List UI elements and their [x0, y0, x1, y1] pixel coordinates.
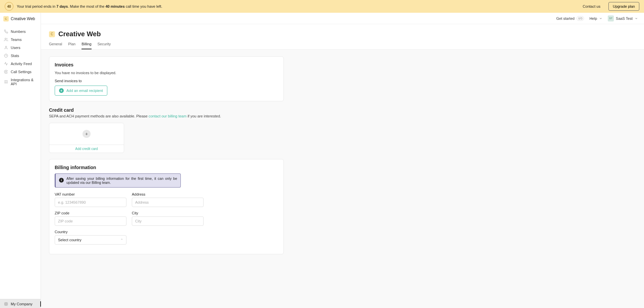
trial-text: Your trial period ends in 7 days. Make t…: [17, 4, 162, 8]
sidebar-item-users[interactable]: Users: [0, 44, 41, 52]
sidebar-item-label: Users: [11, 46, 20, 50]
teams-icon: [4, 38, 8, 42]
sidebar-item-call-settings[interactable]: Call Settings: [0, 68, 41, 76]
vat-label: VAT number: [55, 192, 126, 196]
sidebar-item-integrations[interactable]: Integrations & API: [0, 76, 41, 88]
workspace-name: Creative Web: [11, 16, 35, 21]
vat-input[interactable]: [55, 198, 126, 207]
chevron-up-icon: ⌃: [120, 238, 123, 242]
sidebar: C Creative Web Numbers Teams Users Stats: [0, 13, 41, 308]
add-credit-card-label[interactable]: Add credit card: [49, 145, 124, 153]
tab-general[interactable]: General: [49, 42, 62, 49]
tab-plan[interactable]: Plan: [68, 42, 75, 49]
tab-security[interactable]: Security: [98, 42, 111, 49]
sidebar-item-numbers[interactable]: Numbers: [0, 28, 41, 36]
info-icon: i: [59, 178, 64, 183]
svg-point-0: [5, 38, 6, 40]
help-menu[interactable]: Help: [589, 16, 602, 20]
sidebar-footer-label: My Company: [11, 302, 33, 306]
country-select[interactable]: Select country ⌃: [55, 235, 126, 245]
address-input[interactable]: [132, 198, 204, 207]
sidebar-item-label: Call Settings: [11, 70, 32, 74]
avatar: ST: [608, 15, 614, 21]
contact-us-link[interactable]: Contact us: [583, 4, 600, 8]
topbar: Get started 0/3 Help ST SaaS Test: [41, 13, 644, 24]
tab-billing[interactable]: Billing: [82, 42, 91, 49]
sidebar-item-label: Stats: [11, 54, 19, 58]
svg-point-3: [6, 71, 7, 72]
credit-card-subtitle: SEPA and ACH payment methods are also av…: [49, 114, 284, 118]
page-initial: C: [49, 31, 55, 37]
address-label: Address: [132, 192, 204, 196]
chevron-down-icon: [635, 17, 638, 20]
sidebar-item-label: Numbers: [11, 30, 26, 34]
sidebar-item-stats[interactable]: Stats: [0, 52, 41, 60]
billing-alert: i After saving your billing information …: [55, 173, 181, 188]
sidebar-header[interactable]: C Creative Web: [0, 13, 41, 26]
credit-card-title: Credit card: [49, 107, 284, 113]
svg-rect-4: [5, 303, 8, 306]
trial-banner: 40 Your trial period ends in 7 days. Mak…: [0, 0, 644, 13]
add-card-plus-button[interactable]: +: [83, 130, 91, 138]
invoices-title: Invoices: [55, 62, 278, 67]
get-started-button[interactable]: Get started 0/3: [556, 16, 584, 21]
activity-icon: [4, 62, 8, 66]
workspace-initial: C: [3, 16, 9, 21]
alert-text: After saving your billing information fo…: [66, 176, 177, 185]
upgrade-plan-button[interactable]: Upgrade plan: [608, 2, 639, 11]
svg-point-1: [5, 46, 7, 48]
company-icon: [4, 302, 8, 306]
sidebar-item-label: Integrations & API: [11, 78, 37, 86]
add-email-recipient-button[interactable]: + Add an email recipient: [55, 86, 107, 96]
sidebar-footer[interactable]: My Company: [0, 299, 41, 308]
sidebar-item-label: Activity Feed: [11, 62, 32, 66]
sidebar-item-activity[interactable]: Activity Feed: [0, 60, 41, 68]
contact-billing-link[interactable]: contact our billing team: [149, 114, 186, 118]
user-icon: [4, 46, 8, 50]
page-header: C Creative Web General Plan Billing Secu…: [41, 24, 644, 50]
send-invoices-label: Send invoices to: [55, 79, 278, 83]
sidebar-item-teams[interactable]: Teams: [0, 36, 41, 44]
tabs: General Plan Billing Security: [49, 42, 636, 49]
progress-badge: 0/3: [577, 16, 584, 21]
zip-label: ZIP code: [55, 211, 126, 215]
user-menu[interactable]: ST SaaS Test: [608, 15, 638, 21]
zip-input[interactable]: [55, 216, 126, 226]
invoices-card: Invoices You have no invoices to be disp…: [49, 56, 284, 101]
invoices-empty-text: You have no invoices to be displayed.: [55, 71, 278, 75]
trial-minutes-badge: 40: [5, 2, 13, 11]
stats-icon: [4, 54, 8, 58]
country-label: Country: [55, 230, 126, 234]
page-title: Creative Web: [58, 30, 101, 38]
city-label: City: [132, 211, 204, 215]
gear-icon: [4, 70, 8, 74]
plus-icon: +: [59, 88, 64, 93]
phone-icon: [4, 30, 8, 34]
billing-info-title: Billing information: [55, 165, 278, 170]
sidebar-item-label: Teams: [11, 38, 21, 42]
chevron-down-icon: [599, 17, 602, 20]
city-input[interactable]: [132, 216, 204, 226]
billing-info-card: Billing information i After saving your …: [49, 159, 284, 254]
add-credit-card-tile: + Add credit card: [49, 123, 124, 153]
integrations-icon: [4, 80, 8, 84]
